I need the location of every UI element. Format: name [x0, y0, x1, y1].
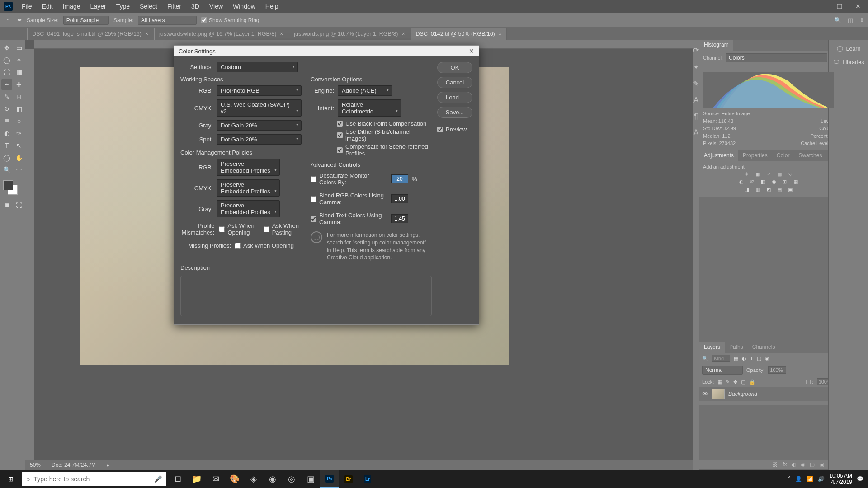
- layers-tab[interactable]: Layers: [699, 342, 725, 353]
- restore-icon[interactable]: ❐: [833, 1, 846, 12]
- tray-clock[interactable]: 10:06 AM 4/7/2019: [829, 473, 852, 486]
- quick-select-tool[interactable]: ✧: [14, 55, 24, 66]
- missing-open-check[interactable]: Ask When Opening: [235, 242, 294, 249]
- filter-adjustment-icon[interactable]: ◐: [742, 356, 746, 361]
- desat-check[interactable]: Desaturate Monitor Colors By:: [311, 172, 387, 186]
- blend-text-check[interactable]: Blend Text Colors Using Gamma:: [311, 212, 387, 225]
- tray-volume-icon[interactable]: 🔊: [818, 476, 825, 482]
- app-icon[interactable]: ▣: [301, 470, 320, 488]
- bridge-icon[interactable]: Br: [339, 470, 358, 488]
- cmp-cmyk-select[interactable]: Preserve Embedded Profiles: [217, 179, 280, 197]
- invert-icon[interactable]: ◨: [743, 187, 751, 192]
- tab-close-icon[interactable]: ×: [145, 31, 148, 37]
- start-button[interactable]: ⊞: [0, 470, 22, 488]
- settings-select[interactable]: Custom: [217, 62, 298, 72]
- scene-check[interactable]: Compensate for Scene-referred Profiles: [337, 143, 432, 157]
- document-tab[interactable]: justwords.png @ 16.7% (Layer 1, RGB/8)×: [289, 28, 410, 40]
- menu-3d[interactable]: 3D: [187, 1, 204, 12]
- mask-icon[interactable]: ◐: [792, 461, 796, 468]
- opacity-input[interactable]: [768, 366, 786, 374]
- layer-kind-filter[interactable]: [712, 355, 730, 362]
- gradient-map-icon[interactable]: ▤: [775, 187, 783, 192]
- properties-tab[interactable]: Properties: [738, 150, 772, 161]
- hand-tool[interactable]: ✋: [14, 152, 24, 163]
- color-tab[interactable]: Color: [772, 150, 794, 161]
- eyedropper-icon[interactable]: ✒: [17, 17, 22, 23]
- load-button[interactable]: Load...: [437, 92, 472, 103]
- layer-name[interactable]: Background: [728, 391, 757, 397]
- cmp-rgb-select[interactable]: Preserve Embedded Profiles: [217, 159, 280, 176]
- ruler-vertical[interactable]: [25, 49, 34, 470]
- notifications-icon[interactable]: 💬: [857, 476, 863, 482]
- menu-filter[interactable]: Filter: [163, 1, 186, 12]
- mail-icon[interactable]: ✉: [206, 470, 225, 488]
- foreground-color-swatch[interactable]: [3, 180, 13, 190]
- mismatch-paste-check[interactable]: Ask When Pasting: [264, 222, 302, 236]
- tray-chevron-icon[interactable]: ˄: [788, 476, 791, 482]
- ws-spot-select[interactable]: Dot Gain 20%: [217, 134, 302, 145]
- learn-button[interactable]: Learn: [836, 45, 861, 52]
- lock-artboard-icon[interactable]: ▢: [741, 379, 745, 385]
- sample-select[interactable]: All Layers: [138, 16, 197, 25]
- bpc-check[interactable]: Use Black Point Compensation: [337, 120, 432, 127]
- selective-color-icon[interactable]: ▣: [786, 187, 794, 192]
- menu-file[interactable]: File: [17, 1, 37, 12]
- task-view-icon[interactable]: ⊟: [168, 470, 187, 488]
- tab-close-icon[interactable]: ×: [280, 31, 283, 37]
- crop-tool[interactable]: ⛶: [1, 67, 12, 78]
- shape-tool[interactable]: ◯: [1, 152, 12, 163]
- link-layers-icon[interactable]: ⛓: [773, 461, 778, 468]
- document-tab-active[interactable]: DSC_0142.tif @ 50% (RGB/16)×: [411, 28, 507, 40]
- quick-mask-tool[interactable]: ▣: [1, 200, 12, 211]
- menu-window[interactable]: Window: [228, 1, 260, 12]
- menu-type[interactable]: Type: [112, 1, 134, 12]
- ws-rgb-select[interactable]: ProPhoto RGB: [217, 85, 302, 96]
- filter-pixel-icon[interactable]: ▦: [734, 356, 738, 361]
- color-swatches[interactable]: [1, 180, 24, 198]
- color-lookup-icon[interactable]: ▦: [792, 179, 800, 185]
- channel-mixer-icon[interactable]: ⊞: [781, 179, 789, 185]
- filter-type-icon[interactable]: T: [750, 356, 753, 361]
- tray-people-icon[interactable]: 👤: [795, 476, 802, 482]
- engine-select[interactable]: Adobe (ACE): [338, 85, 392, 96]
- move-tool[interactable]: ✥: [1, 42, 12, 53]
- lightroom-icon[interactable]: Lr: [358, 470, 377, 488]
- tray-network-icon[interactable]: 📶: [807, 476, 813, 482]
- hue-icon[interactable]: ◐: [737, 179, 745, 185]
- edit-toolbar[interactable]: ⋯: [14, 164, 24, 175]
- vibrance-icon[interactable]: ▽: [786, 171, 794, 177]
- exposure-icon[interactable]: ▤: [775, 171, 783, 177]
- marquee-tool[interactable]: ▭: [14, 42, 24, 53]
- dodge-tool[interactable]: ◐: [1, 128, 12, 139]
- search-icon[interactable]: 🔍: [834, 17, 841, 23]
- posterize-icon[interactable]: ▥: [754, 187, 762, 192]
- bw-icon[interactable]: ◧: [759, 179, 767, 185]
- show-sampling-ring-check[interactable]: Show Sampling Ring: [201, 17, 259, 23]
- home-icon[interactable]: ⌂: [4, 16, 13, 25]
- menu-help[interactable]: Help: [261, 1, 283, 12]
- layer-thumbnail[interactable]: [712, 389, 725, 399]
- dialog-titlebar[interactable]: Color Settings ✕: [174, 46, 479, 56]
- mismatch-open-check[interactable]: Ask When Opening: [219, 222, 259, 236]
- taskbar-search[interactable]: ○ Type here to search 🎤: [22, 472, 166, 486]
- group-icon[interactable]: ▢: [810, 461, 815, 468]
- frame-tool[interactable]: ▦: [14, 67, 24, 78]
- screen-mode-tool[interactable]: ⛶: [14, 200, 24, 211]
- zoom-tool[interactable]: 🔍: [1, 164, 12, 175]
- doc-info[interactable]: Doc: 24.7M/24.7M: [52, 462, 96, 468]
- dialog-close-icon[interactable]: ✕: [469, 47, 474, 55]
- swatches-tab[interactable]: Swatches: [794, 150, 826, 161]
- character-icon[interactable]: A: [693, 96, 698, 104]
- intent-select[interactable]: Relative Colorimetric: [338, 99, 401, 117]
- brush-tool[interactable]: ✎: [1, 91, 12, 102]
- doc-info-arrow-icon[interactable]: ▸: [107, 462, 109, 468]
- explorer-icon[interactable]: 📁: [187, 470, 206, 488]
- brush-settings-icon[interactable]: ✎: [693, 80, 699, 88]
- show-sampling-ring-checkbox[interactable]: [201, 17, 207, 23]
- save-button[interactable]: Save...: [437, 107, 472, 118]
- sample-size-select[interactable]: Point Sample: [63, 16, 109, 25]
- layer-row[interactable]: 👁 Background 🔒: [699, 387, 838, 401]
- fx-icon[interactable]: fx: [783, 461, 787, 468]
- share-icon[interactable]: ⇪: [859, 17, 864, 23]
- menu-edit[interactable]: Edit: [38, 1, 57, 12]
